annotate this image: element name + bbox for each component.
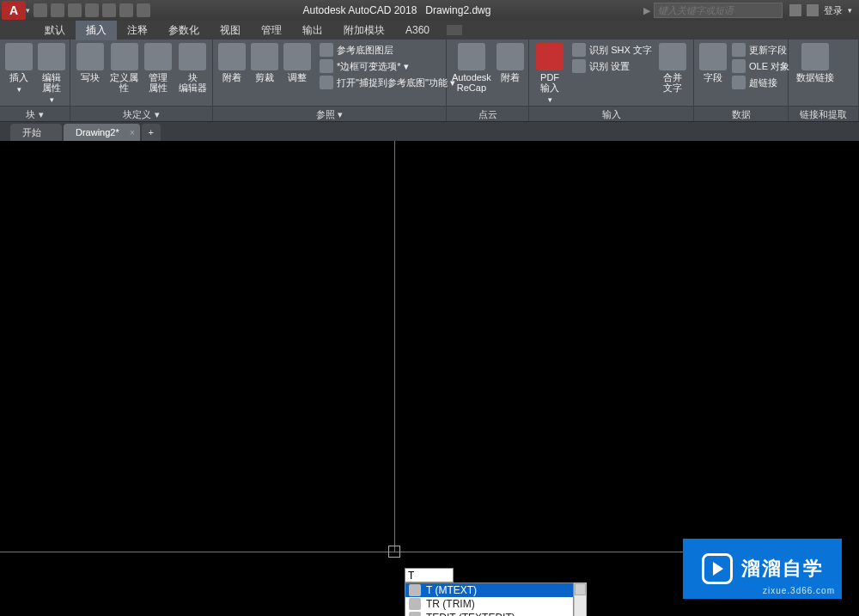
autocomplete-item[interactable]: T (MTEXT) (405, 583, 573, 597)
field-button[interactable]: 字段 (699, 43, 727, 82)
adjust-icon (283, 43, 311, 70)
data-link-button[interactable]: 数据链接 (794, 43, 837, 82)
recognize-settings-row[interactable]: 识别 设置 (572, 59, 652, 73)
infocomm-icon[interactable] (789, 4, 801, 16)
tab-output[interactable]: 输出 (292, 21, 333, 40)
frame-options-row[interactable]: *边框可变选项* ▾ (320, 59, 455, 73)
autocomplete-item[interactable]: TR (TRIM) (405, 597, 573, 611)
pdf-import-button[interactable]: PDF 输入▾ (534, 43, 565, 105)
file-tab-new[interactable]: + (142, 124, 161, 141)
merge-text-icon (659, 43, 686, 70)
update-field-icon (732, 43, 746, 57)
quick-access-toolbar (34, 3, 150, 17)
panel-data: 字段 更新字段 OLE 对象 超链接 数据 (694, 40, 789, 121)
define-attribute-icon (111, 43, 138, 70)
file-tab-drawing2[interactable]: Drawing2*× (64, 124, 140, 141)
tedit-icon (409, 612, 421, 616)
drawing-canvas[interactable]: T (MTEXT) TR (TRIM) TEDIT (TEXTEDIT) TAK… (0, 141, 859, 616)
qat-save-icon[interactable] (68, 3, 82, 17)
panel-title-link[interactable]: 链接和提取 (789, 106, 858, 121)
close-icon[interactable]: × (130, 128, 135, 137)
watermark-url: zixue.3d66.com (763, 586, 835, 595)
ole-object-row[interactable]: OLE 对象 (732, 59, 789, 73)
hyperlink-icon (732, 76, 746, 89)
command-input[interactable] (405, 568, 454, 582)
block-editor-icon (179, 43, 206, 70)
insert-block-button[interactable]: 插入▾ (5, 43, 33, 95)
recap-button[interactable]: Autodesk ReCap (452, 43, 491, 93)
panel-import: PDF 输入▾ 识别 SHX 文字 识别 设置 合并 文字 输入 (529, 40, 694, 121)
panel-reference: 附着 剪裁 调整 参考底图图层 *边框可变选项* ▾ 打开"捕捉到参考底图"功能… (213, 40, 447, 121)
panel-pointcloud: Autodesk ReCap 附着 点云 (447, 40, 529, 121)
attach-icon (218, 43, 246, 70)
help-search-input[interactable] (654, 3, 783, 18)
attach-button[interactable]: 附着 (218, 43, 246, 82)
edit-attribute-button[interactable]: 编辑 属性▾ (38, 43, 65, 105)
file-tab-bar: 开始 Drawing2*× + (0, 122, 859, 141)
hyperlink-row[interactable]: 超链接 (732, 76, 789, 89)
underlay-layers-icon (320, 43, 333, 57)
window-title: Autodesk AutoCAD 2018 Drawing2.dwg (150, 4, 643, 16)
pdf-import-icon (536, 43, 564, 70)
qat-new-icon[interactable] (34, 3, 47, 17)
underlay-layers-row[interactable]: 参考底图图层 (320, 43, 455, 57)
qat-open-icon[interactable] (51, 3, 64, 17)
merge-text-button[interactable]: 合并 文字 (657, 43, 688, 93)
ole-object-icon (732, 59, 746, 73)
update-field-row[interactable]: 更新字段 (732, 43, 789, 57)
ribbon-tabs: 默认 插入 注释 参数化 视图 管理 输出 附加模块 A360 (0, 21, 859, 40)
block-editor-button[interactable]: 块 编辑器 (178, 43, 207, 93)
recognize-shx-row[interactable]: 识别 SHX 文字 (572, 43, 652, 57)
tab-a360[interactable]: A360 (395, 21, 440, 39)
panel-title-import[interactable]: 输入 (529, 106, 693, 121)
qat-redo-icon[interactable] (137, 3, 150, 17)
panel-title-block-def[interactable]: 块定义 ▾ (70, 106, 212, 121)
autocomplete-item[interactable]: TEDIT (TEXTEDIT) (405, 611, 573, 616)
watermark-brand: 溜溜自学 (741, 556, 824, 582)
recognize-shx-icon (572, 43, 586, 57)
mtext-icon (409, 584, 421, 596)
write-block-button[interactable]: 写块 (76, 43, 105, 82)
tab-default[interactable]: 默认 (34, 21, 76, 40)
snap-underlay-row[interactable]: 打开"捕捉到参考底图"功能 ▾ (320, 76, 455, 89)
clip-button[interactable]: 剪裁 (251, 43, 278, 82)
define-attribute-button[interactable]: 定义属性 (110, 43, 139, 93)
edit-attribute-icon (38, 43, 65, 70)
autocomplete-scrollbar[interactable] (574, 582, 587, 616)
file-tab-start[interactable]: 开始 (10, 124, 62, 141)
tab-annotate[interactable]: 注释 (117, 21, 158, 40)
attach-pointcloud-icon (497, 43, 524, 70)
trim-icon (409, 598, 421, 610)
panel-title-block[interactable]: 块 ▾ (0, 106, 70, 121)
qat-plot-icon[interactable] (102, 3, 116, 17)
scrollbar-thumb[interactable] (575, 583, 586, 595)
title-bar: A ▾ Autodesk AutoCAD 2018 Drawing2.dwg ▶… (0, 0, 859, 21)
tab-overflow-icon[interactable] (447, 25, 462, 35)
field-icon (699, 43, 727, 70)
tab-parametric[interactable]: 参数化 (158, 21, 210, 40)
adjust-button[interactable]: 调整 (283, 43, 311, 82)
attach-pointcloud-button[interactable]: 附着 (497, 43, 524, 82)
play-icon (702, 553, 733, 584)
tab-view[interactable]: 视图 (210, 21, 251, 40)
qat-saveas-icon[interactable] (85, 3, 99, 17)
panel-title-pointcloud[interactable]: 点云 (447, 106, 528, 121)
panel-block-def: 写块 定义属性 管理 属性 块 编辑器 块定义 ▾ (70, 40, 213, 121)
write-block-icon (76, 43, 104, 70)
panel-title-data[interactable]: 数据 (694, 106, 788, 121)
insert-block-icon (5, 43, 33, 70)
pickbox-cursor (388, 546, 400, 558)
manage-attribute-button[interactable]: 管理 属性 (144, 43, 174, 93)
panel-link: 数据链接 链接和提取 (789, 40, 859, 121)
recap-icon (458, 43, 485, 70)
panel-title-reference[interactable]: 参照 ▾ (213, 106, 446, 121)
tab-addins[interactable]: 附加模块 (333, 21, 395, 40)
tab-insert[interactable]: 插入 (76, 21, 117, 40)
login-label[interactable]: 登录 (824, 4, 843, 17)
app-logo[interactable]: A (2, 1, 26, 20)
user-icon[interactable] (807, 4, 819, 16)
recognize-settings-icon (572, 59, 586, 73)
tab-manage[interactable]: 管理 (251, 21, 292, 40)
qat-undo-icon[interactable] (119, 3, 133, 17)
crosshair-vertical (394, 141, 395, 552)
